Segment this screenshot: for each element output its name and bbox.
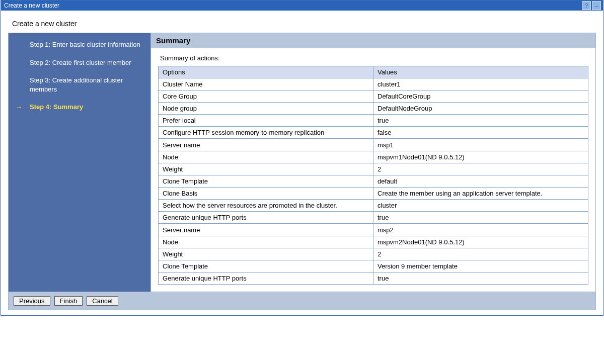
cell-value: cluster <box>373 200 588 212</box>
wizard-step-label: Step 1: Enter basic cluster information <box>30 41 140 48</box>
cell-option: Prefer local <box>159 115 373 127</box>
table-row: Generate unique HTTP portstrue <box>159 212 588 224</box>
table-row: Prefer localtrue <box>159 115 588 127</box>
wizard-container: Step 1: Enter basic cluster informationS… <box>8 33 596 310</box>
minimize-button[interactable]: – <box>592 1 601 10</box>
cell-value: msp2 <box>373 224 588 236</box>
cell-value: DefaultNodeGroup <box>373 103 588 115</box>
summary-subheading: Summary of actions: <box>160 54 588 62</box>
title-bar-controls: ? – <box>582 1 601 10</box>
cell-option: Clone Basis <box>159 188 373 200</box>
previous-button[interactable]: Previous <box>14 296 50 306</box>
wizard-main-panel: Summary Summary of actions: Options Valu… <box>150 33 595 292</box>
table-row: Node groupDefaultNodeGroup <box>159 103 588 115</box>
cell-option: Server name <box>159 224 373 236</box>
page-heading: Create a new cluster <box>12 20 596 28</box>
table-row: Clone BasisCreate the member using an ap… <box>159 188 588 200</box>
wizard-step-label: Step 2: Create first cluster member <box>30 59 131 66</box>
cell-value: true <box>373 212 588 224</box>
cell-option: Configure HTTP session memory-to-memory … <box>159 127 373 139</box>
cancel-button[interactable]: Cancel <box>87 296 118 306</box>
cell-value: true <box>373 272 588 285</box>
table-row: Server namemsp2 <box>159 224 588 236</box>
cell-option: Clone Template <box>159 175 373 188</box>
table-row: Nodemspvm2Node01(ND 9.0.5.12) <box>159 236 588 248</box>
cell-option: Node <box>159 236 373 248</box>
table-row: Nodemspvm1Node01(ND 9.0.5.12) <box>159 151 588 163</box>
cell-value: 2 <box>373 248 588 260</box>
cell-value: 2 <box>373 163 588 175</box>
cell-option: Weight <box>159 163 373 175</box>
column-header-values: Values <box>373 66 588 78</box>
column-header-options: Options <box>159 66 373 78</box>
cell-value: true <box>373 115 588 127</box>
cell-value: cluster1 <box>373 78 588 90</box>
window-title: Create a new cluster <box>4 1 59 11</box>
cell-option: Node group <box>159 103 373 115</box>
cell-value: Version 9 member template <box>373 260 588 272</box>
wizard-step-label: Step 4: Summary <box>30 103 83 111</box>
title-bar: Create a new cluster ? – <box>1 1 603 11</box>
table-row: Clone TemplateVersion 9 member template <box>159 260 588 272</box>
current-step-arrow-icon: → <box>16 103 22 112</box>
wizard-steps-sidebar: Step 1: Enter basic cluster informationS… <box>9 33 150 292</box>
cell-option: Generate unique HTTP ports <box>159 212 373 224</box>
cell-option: Cluster Name <box>159 78 373 90</box>
help-button[interactable]: ? <box>582 1 591 10</box>
window-frame: Create a new cluster ? – Create a new cl… <box>1 0 603 316</box>
cell-value: DefaultCoreGroup <box>373 90 588 103</box>
panel-body: Summary of actions: Options Values Clust… <box>151 48 595 292</box>
wizard-layout: Step 1: Enter basic cluster informationS… <box>9 33 595 292</box>
wizard-step-3[interactable]: Step 3: Create additional cluster member… <box>16 76 141 94</box>
cell-value: Create the member using an application s… <box>373 188 588 200</box>
table-row: Clone Templatedefault <box>159 175 588 188</box>
cell-option: Clone Template <box>159 260 373 272</box>
table-row: Generate unique HTTP portstrue <box>159 272 588 285</box>
summary-table: Options Values Cluster Namecluster1Core … <box>158 66 588 285</box>
wizard-step-1[interactable]: Step 1: Enter basic cluster information <box>16 40 141 49</box>
cell-value: false <box>373 127 588 139</box>
cell-option: Select how the server resources are prom… <box>159 200 373 212</box>
cell-option: Node <box>159 151 373 163</box>
table-row: Configure HTTP session memory-to-memory … <box>159 127 588 139</box>
cell-value: msp1 <box>373 139 588 151</box>
help-icon: ? <box>585 3 588 9</box>
window-body: Create a new cluster Step 1: Enter basic… <box>1 11 603 315</box>
table-row: Cluster Namecluster1 <box>159 78 588 90</box>
cell-option: Weight <box>159 248 373 260</box>
table-row: Core GroupDefaultCoreGroup <box>159 90 588 103</box>
table-header-row: Options Values <box>159 66 588 78</box>
wizard-step-2[interactable]: Step 2: Create first cluster member <box>16 58 141 67</box>
cell-value: mspvm1Node01(ND 9.0.5.12) <box>373 151 588 163</box>
wizard-step-4: →Step 4: Summary <box>16 103 141 112</box>
cell-option: Server name <box>159 139 373 151</box>
cell-option: Generate unique HTTP ports <box>159 272 373 285</box>
cell-option: Core Group <box>159 90 373 103</box>
finish-button[interactable]: Finish <box>54 296 83 306</box>
panel-title: Summary <box>151 33 595 48</box>
wizard-step-label: Step 3: Create additional cluster member… <box>30 76 123 93</box>
minimize-icon: – <box>595 3 598 9</box>
cell-value: mspvm2Node01(ND 9.0.5.12) <box>373 236 588 248</box>
table-row: Server namemsp1 <box>159 139 588 151</box>
table-row: Select how the server resources are prom… <box>159 200 588 212</box>
table-row: Weight2 <box>159 163 588 175</box>
table-row: Weight2 <box>159 248 588 260</box>
cell-value: default <box>373 175 588 188</box>
wizard-button-bar: Previous Finish Cancel <box>9 292 595 310</box>
